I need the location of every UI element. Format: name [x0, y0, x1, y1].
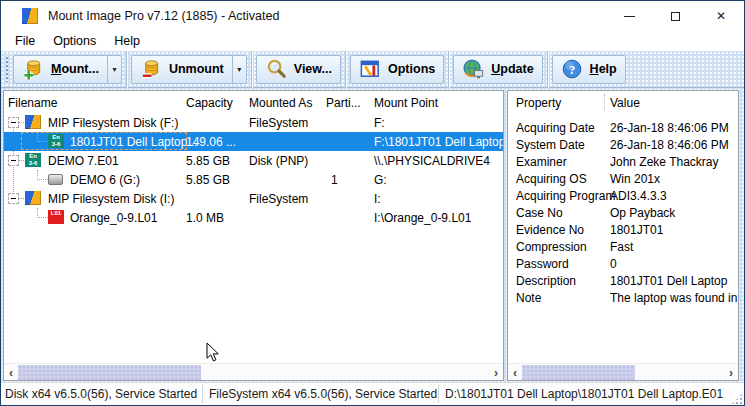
- unmount-button[interactable]: Unmount▾: [131, 55, 247, 84]
- view-button-label: View...: [294, 62, 332, 76]
- update-button[interactable]: Update: [453, 55, 542, 84]
- l01-evidence-icon: L01: [48, 210, 64, 224]
- scrollbar-thumb[interactable]: [522, 365, 635, 380]
- tree-collapse-toggle[interactable]: [8, 117, 19, 128]
- app-window: Mount Image Pro v7.12 (1885) - Activated…: [0, 0, 745, 406]
- close-icon: ✕: [716, 10, 726, 22]
- help-icon: ?: [561, 58, 584, 81]
- menu-help[interactable]: Help: [105, 32, 149, 50]
- options-icon: [359, 58, 382, 81]
- status-divider: [202, 385, 203, 403]
- app-logo-icon: [22, 8, 38, 24]
- title-bar: Mount Image Pro v7.12 (1885) - Activated…: [1, 1, 744, 31]
- tree-collapse-toggle[interactable]: [8, 193, 19, 204]
- filename-cell: DEMO 7.E01: [48, 154, 119, 168]
- property-row: NoteThe laptop was found in the: [508, 291, 738, 308]
- mounted-as-cell: FileSystem: [249, 192, 308, 206]
- update-icon: [462, 58, 485, 81]
- status-bar: Disk x64 v6.5.0(56), Service StartedFile…: [1, 382, 744, 406]
- options-button-main[interactable]: Options: [351, 56, 443, 83]
- property-name: Acquiring Program: [516, 189, 615, 203]
- toolbar: Mount...▾Unmount▾View...OptionsUpdate?He…: [1, 51, 744, 88]
- column-header-property[interactable]: Property: [516, 96, 561, 110]
- menu-bar: FileOptionsHelp: [1, 31, 744, 51]
- column-header-capacity[interactable]: Capacity: [186, 96, 233, 110]
- property-name: Note: [516, 291, 541, 305]
- column-header-filename[interactable]: Filename: [8, 96, 57, 110]
- tree-row[interactable]: En3-6DEMO 7.E015.85 GBDisk (PNP)\\.\PHYS…: [4, 151, 503, 170]
- tree-row[interactable]: DEMO 6 (G:)5.85 GB1G:: [4, 170, 503, 189]
- scroll-left-icon[interactable]: ‹: [508, 365, 522, 380]
- properties-panel: PropertyValueAcquiring Date26-Jan-18 8:4…: [507, 90, 739, 381]
- property-value: 1801JT01: [610, 223, 663, 237]
- en-evidence-icon: En3-6: [25, 153, 41, 167]
- toolbar-separator: [345, 51, 346, 88]
- property-name: Examiner: [516, 155, 567, 169]
- unmount-icon: [140, 58, 163, 81]
- main-area: FilenameCapacityMounted AsParti...Mount …: [1, 88, 744, 382]
- property-row: Password0: [508, 257, 738, 274]
- properties-horizontal-scrollbar[interactable]: ‹›: [508, 363, 738, 380]
- toolbar-separator: [448, 51, 449, 88]
- property-name: Evidence No: [516, 223, 584, 237]
- maximize-icon: [671, 12, 680, 21]
- menu-file[interactable]: File: [6, 32, 44, 50]
- scroll-right-icon[interactable]: ›: [489, 365, 503, 380]
- mount-button[interactable]: Mount...▾: [13, 55, 122, 84]
- property-value: 0: [610, 257, 617, 271]
- column-header-value[interactable]: Value: [610, 96, 640, 110]
- column-header-parti[interactable]: Parti...: [326, 96, 361, 110]
- property-row: Acquiring Date26-Jan-18 8:46:06 PM: [508, 121, 738, 138]
- toolbar-separator: [251, 51, 252, 88]
- tree-horizontal-scrollbar[interactable]: ‹›: [4, 363, 503, 380]
- scrollbar-thumb[interactable]: [18, 365, 201, 380]
- tree-row[interactable]: En3-61801JT01 Dell Laptop...149.06 ...F:…: [4, 132, 503, 151]
- column-header-mounted-as[interactable]: Mounted As: [249, 96, 312, 110]
- resize-grip-icon[interactable]: [731, 393, 743, 405]
- property-row: Case NoOp Payback: [508, 206, 738, 223]
- chevron-down-icon[interactable]: ▾: [107, 56, 121, 83]
- scroll-right-icon[interactable]: ›: [724, 365, 738, 380]
- mount-point-cell: I:: [374, 192, 381, 206]
- options-button-label: Options: [388, 62, 435, 76]
- column-header-mount-point[interactable]: Mount Point: [374, 96, 438, 110]
- tree-connector-line: [37, 170, 48, 180]
- property-name: Compression: [516, 240, 587, 254]
- unmount-button-main[interactable]: Unmount: [132, 56, 232, 83]
- update-button-main[interactable]: Update: [454, 56, 541, 83]
- toolbar-grip-handle[interactable]: [5, 56, 9, 82]
- property-row: Acquiring OSWin 201x: [508, 172, 738, 189]
- options-button[interactable]: Options: [350, 55, 444, 84]
- toolbar-separator: [126, 51, 127, 88]
- tree-collapse-toggle[interactable]: [8, 155, 19, 166]
- menu-options[interactable]: Options: [44, 32, 105, 50]
- filename-cell: MIP Filesystem Disk (F:): [48, 116, 178, 130]
- tree-row[interactable]: MIP Filesystem Disk (I:)FileSystemI:: [4, 189, 503, 208]
- mip-disk-icon: [25, 115, 41, 129]
- chevron-down-icon[interactable]: ▾: [232, 56, 246, 83]
- mount-button-main[interactable]: Mount...: [14, 56, 107, 83]
- status-section: D:\1801JT01 Dell Laptop\1801JT01 Dell La…: [445, 387, 723, 401]
- help-button-main[interactable]: ?Help: [553, 56, 625, 83]
- scroll-left-icon[interactable]: ‹: [4, 365, 18, 380]
- view-button[interactable]: View...: [256, 55, 341, 84]
- header-column-divider: [604, 94, 605, 110]
- maximize-button[interactable]: [652, 1, 698, 31]
- tree-connector-line: [37, 132, 48, 142]
- close-button[interactable]: ✕: [698, 1, 744, 31]
- property-name: Acquiring Date: [516, 121, 595, 135]
- property-value: Fast: [610, 240, 633, 254]
- status-section: FileSystem x64 v6.5.0(56), Service Start…: [209, 387, 437, 401]
- filename-cell: 1801JT01 Dell Laptop...: [70, 135, 197, 149]
- help-button[interactable]: ?Help: [552, 55, 626, 84]
- minimize-button[interactable]: [606, 1, 652, 31]
- property-row: ExaminerJohn Zeke Thackray: [508, 155, 738, 172]
- tree-row[interactable]: MIP Filesystem Disk (F:)FileSystemF:: [4, 113, 503, 132]
- view-button-main[interactable]: View...: [257, 56, 340, 83]
- property-row: System Date26-Jan-18 8:46:06 PM: [508, 138, 738, 155]
- minus-icon: [11, 160, 16, 161]
- property-name: Case No: [516, 206, 563, 220]
- minus-icon: [11, 122, 16, 123]
- tree-row[interactable]: L01Orange_0-9.L011.0 MBI:\Orange_0-9.L01: [4, 208, 503, 227]
- mounted-as-cell: Disk (PNP): [249, 154, 308, 168]
